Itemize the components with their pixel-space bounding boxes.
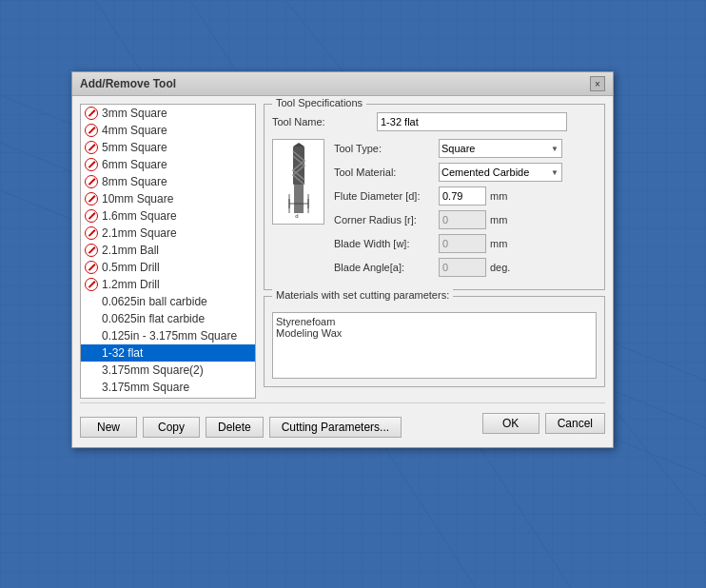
svg-rect-8 — [294, 185, 304, 213]
tool-item-label: 3mm Square — [102, 107, 167, 120]
tool-item-label: 3.175mm Square(2) — [102, 363, 204, 377]
tool-item-label: 10mm Square — [102, 192, 173, 206]
tool-material-select[interactable]: Cemented Carbide HSS Cobalt — [439, 163, 562, 182]
tool-list-item[interactable]: 3.175mm Square(2) — [81, 362, 255, 379]
dialog-body: 3mm Square4mm Square5mm Square6mm Square… — [72, 96, 613, 447]
dialog-titlebar: Add/Remove Tool × — [72, 72, 613, 96]
tool-list-container[interactable]: 3mm Square4mm Square5mm Square6mm Square… — [80, 104, 256, 399]
tool-item-label: 0.0625in flat carbide — [102, 312, 205, 325]
tool-material-label: Tool Material: — [334, 167, 439, 178]
tool-list-item[interactable]: 3mm Square — [81, 105, 255, 122]
ok-button[interactable]: OK — [482, 413, 539, 434]
corner-radius-row: Corner Radius [r]: mm — [334, 210, 597, 229]
tool-list-item[interactable]: 0.5mm Drill — [81, 259, 255, 276]
tool-list-item[interactable]: 4mm Square — [81, 122, 255, 139]
no-entry-icon — [85, 192, 98, 206]
dialog-main: 3mm Square4mm Square5mm Square6mm Square… — [80, 104, 605, 399]
tool-name-input[interactable] — [377, 112, 567, 131]
materials-panel: Materials with set cutting parameters: S… — [264, 296, 605, 387]
corner-radius-label: Corner Radius [r]: — [334, 214, 439, 225]
flute-diameter-label: Flute Diameter [d]: — [334, 190, 439, 202]
tool-item-label: 1-32 flat — [102, 346, 143, 360]
tool-list-item[interactable]: 2.1mm Ball — [81, 242, 255, 259]
tool-item-label: 8mm Square — [102, 175, 167, 188]
blade-angle-input[interactable] — [439, 258, 486, 277]
no-entry-icon — [85, 244, 98, 257]
blade-width-label: Blade Width [w]: — [334, 238, 439, 249]
corner-radius-input[interactable] — [439, 210, 486, 229]
tool-list-item[interactable]: 5mm Square — [81, 139, 255, 156]
tool-specs-panel: Tool Specifications Tool Name: — [264, 104, 605, 399]
no-entry-icon — [85, 107, 98, 120]
close-button[interactable]: × — [590, 76, 605, 91]
dialog-title: Add/Remove Tool — [80, 77, 176, 90]
tool-list-item[interactable]: 1.6mm Square — [81, 207, 255, 225]
svg-text:d: d — [295, 213, 298, 219]
tool-visual: d — [272, 139, 324, 225]
tool-item-label: 1.6mm Square — [102, 209, 177, 223]
tool-specs-inner: d Tool Type: Square Bal — [272, 139, 597, 282]
material-item: Styrenefoam — [276, 316, 593, 327]
new-button[interactable]: New — [80, 417, 137, 438]
tool-item-label: 0.0625in ball carbide — [102, 295, 207, 308]
tool-list-item[interactable]: 2.1mm Square — [81, 225, 255, 242]
dialog-footer: New Copy Delete Cutting Parameters... OK… — [80, 402, 605, 440]
blade-width-unit: mm — [490, 238, 507, 249]
tool-list-item[interactable]: 10mm Square — [81, 190, 255, 207]
no-entry-icon — [85, 261, 98, 274]
tool-item-label: 1.2mm Drill — [102, 278, 160, 291]
tool-type-select[interactable]: Square Ball Drill V-Bit — [439, 139, 562, 158]
no-entry-icon — [85, 175, 98, 188]
svg-marker-9 — [293, 143, 304, 147]
corner-radius-unit: mm — [490, 214, 507, 225]
no-entry-icon — [85, 226, 98, 240]
tool-material-row: Tool Material: Cemented Carbide HSS Coba… — [334, 163, 597, 182]
tool-list-item[interactable]: 3.175mm Square — [81, 379, 255, 396]
blade-angle-row: Blade Angle[a]: deg. — [334, 258, 597, 277]
tool-list-item[interactable]: 0.0625in ball carbide — [81, 293, 255, 310]
copy-button[interactable]: Copy — [143, 417, 200, 438]
no-entry-icon — [85, 158, 98, 171]
tool-specifications-title: Tool Specifications — [272, 97, 366, 108]
tool-item-label: 5mm Square — [102, 141, 167, 154]
tool-list-item[interactable]: 1-32 flat — [81, 344, 255, 362]
no-entry-icon — [85, 278, 98, 291]
tool-item-label: 4mm Square — [102, 124, 167, 137]
tool-item-label: 3.175mm Square — [102, 381, 189, 394]
flute-diameter-row: Flute Diameter [d]: mm — [334, 186, 597, 206]
tool-name-row: Tool Name: — [272, 112, 597, 131]
delete-button[interactable]: Delete — [206, 417, 264, 438]
material-item: Modeling Wax — [276, 327, 593, 339]
tool-item-label: 0.125in - 3.175mm Square — [102, 329, 237, 343]
dialog-buttons-right: OK Cancel — [482, 413, 605, 434]
tool-item-label: 6mm Square — [102, 158, 167, 171]
tool-type-row: Tool Type: Square Ball Drill V-Bit — [334, 139, 597, 158]
tool-list-item[interactable]: 8mm Square — [81, 173, 255, 190]
tool-item-label: 2.1mm Square — [102, 226, 177, 240]
tool-item-label: 2.1mm Ball — [102, 244, 159, 257]
cancel-button[interactable]: Cancel — [545, 413, 605, 434]
tool-list-item[interactable]: 6mm Square — [81, 156, 255, 173]
no-entry-icon — [85, 124, 98, 137]
tool-list-item[interactable]: 1.2mm Drill — [81, 276, 255, 293]
tool-list-item[interactable]: 0.125in - 3.175mm Square — [81, 327, 255, 344]
tool-type-label: Tool Type: — [334, 143, 439, 154]
flute-diameter-unit: mm — [490, 190, 507, 202]
materials-list[interactable]: StyrenefoamModeling Wax — [272, 312, 597, 379]
no-entry-icon — [85, 209, 98, 223]
tool-list-item[interactable]: 0.0625in flat carbide — [81, 310, 255, 327]
tool-name-label: Tool Name: — [272, 116, 377, 127]
blade-angle-unit: deg. — [490, 262, 510, 273]
tool-list-panel: 3mm Square4mm Square5mm Square6mm Square… — [80, 104, 256, 399]
no-entry-icon — [85, 141, 98, 154]
materials-title: Materials with set cutting parameters: — [272, 289, 453, 301]
blade-width-row: Blade Width [w]: mm — [334, 234, 597, 253]
flute-diameter-input[interactable] — [439, 186, 486, 206]
tool-item-label: 0.5mm Drill — [102, 261, 160, 274]
tool-material-select-wrapper: Cemented Carbide HSS Cobalt — [439, 163, 562, 182]
tool-type-select-wrapper: Square Ball Drill V-Bit — [439, 139, 562, 158]
blade-angle-label: Blade Angle[a]: — [334, 262, 439, 273]
cutting-params-button[interactable]: Cutting Parameters... — [269, 417, 402, 438]
tool-specifications-group: Tool Specifications Tool Name: — [264, 104, 605, 290]
blade-width-input[interactable] — [439, 234, 486, 253]
